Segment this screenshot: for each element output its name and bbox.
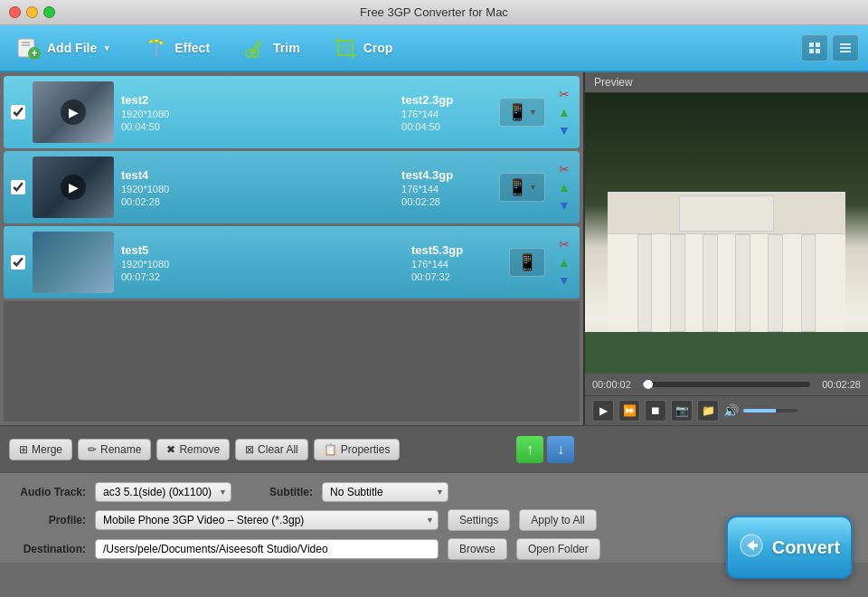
file-info-1: test2 1920*1080 00:04:50 <box>121 93 394 132</box>
browse-button[interactable]: Browse <box>448 538 507 560</box>
trim-button[interactable]: Trim <box>235 32 307 64</box>
add-file-icon: + <box>16 35 42 61</box>
file-item-1[interactable]: ▶ test2 1920*1080 00:04:50 test2.3gp 176… <box>4 76 580 148</box>
file-output-name-3: test5.3gp <box>411 243 502 257</box>
file-output-3: test5.3gp 176*144 00:07:32 <box>411 243 502 282</box>
play-overlay-1[interactable]: ▶ <box>61 100 86 125</box>
svg-rect-21 <box>840 47 851 49</box>
phone-icon-1: 📱 <box>507 102 527 122</box>
phone-icon-3: 📱 <box>517 252 537 272</box>
move-down-2[interactable]: ▼ <box>556 197 572 213</box>
subtitle-label: Subtitle: <box>241 486 313 498</box>
device-select-2[interactable]: 📱 ▼ <box>499 173 545 202</box>
preview-video <box>585 93 868 374</box>
svg-rect-16 <box>809 43 814 47</box>
add-file-dropdown[interactable]: ▼ <box>102 43 111 53</box>
profile-select[interactable]: Mobile Phone 3GP Video – Stereo (*.3gp) <box>95 510 439 530</box>
move-up-button[interactable]: ↑ <box>516 436 543 463</box>
clear-all-button[interactable]: ⊠ Clear All <box>235 439 308 460</box>
file-res-1: 1920*1080 <box>121 109 394 119</box>
convert-label: Convert <box>772 537 841 558</box>
file-checkbox-1[interactable] <box>11 105 25 119</box>
file-actions-1: ✂ ▲ ▼ <box>556 86 572 138</box>
svg-rect-18 <box>809 49 814 53</box>
clear-icon: ⊠ <box>245 443 254 456</box>
progress-bar[interactable] <box>643 382 810 387</box>
merge-button[interactable]: ⊞ Merge <box>9 439 72 460</box>
toolbar: + Add File ▼ Effect <box>0 25 868 72</box>
add-file-button[interactable]: + Add File ▼ <box>9 32 118 64</box>
view-toggle <box>801 34 859 62</box>
file-dur-3: 00:07:32 <box>121 271 404 282</box>
maximize-button[interactable] <box>43 6 55 18</box>
crop-button[interactable]: Crop <box>326 32 401 64</box>
svg-text:+: + <box>31 47 37 60</box>
device-dropdown-2: ▼ <box>529 183 537 192</box>
minimize-button[interactable] <box>26 6 38 18</box>
settings-button[interactable]: Settings <box>448 509 510 531</box>
destination-input[interactable] <box>95 539 439 559</box>
delete-btn-1[interactable]: ✂ <box>556 86 572 102</box>
file-res-2: 1920*1080 <box>121 184 394 194</box>
rename-icon: ✏ <box>88 443 97 456</box>
time-total: 00:02:28 <box>816 379 861 390</box>
properties-button[interactable]: 📋 Properties <box>314 439 401 460</box>
file-info-2: test4 1920*1080 00:02:28 <box>121 168 394 207</box>
delete-btn-3[interactable]: ✂ <box>556 236 572 252</box>
move-up-3[interactable]: ▲ <box>556 254 572 270</box>
open-file-button[interactable]: 📁 <box>697 400 719 422</box>
fast-forward-button[interactable]: ⏩ <box>618 400 640 422</box>
move-down-3[interactable]: ▼ <box>556 272 572 289</box>
remove-icon: ✖ <box>166 443 175 456</box>
move-down-1[interactable]: ▼ <box>556 122 572 138</box>
playback-controls: ▶ ⏩ ⏹ 📷 📁 🔊 <box>585 395 868 425</box>
move-down-button[interactable]: ↓ <box>547 436 574 463</box>
profile-wrapper: Mobile Phone 3GP Video – Stereo (*.3gp) <box>95 510 439 530</box>
file-output-name-2: test4.3gp <box>401 168 492 182</box>
file-output-dur-1: 00:04:50 <box>401 121 492 132</box>
file-checkbox-3[interactable] <box>11 255 25 270</box>
destination-label: Destination: <box>14 543 86 555</box>
file-item-2[interactable]: ▶ test4 1920*1080 00:02:28 test4.3gp 176… <box>4 151 580 223</box>
close-button[interactable] <box>9 6 21 18</box>
play-button[interactable]: ▶ <box>592 400 614 422</box>
apply-to-all-button[interactable]: Apply to All <box>519 509 596 531</box>
delete-btn-2[interactable]: ✂ <box>556 161 572 177</box>
move-up-2[interactable]: ▲ <box>556 179 572 195</box>
device-dropdown-1: ▼ <box>529 108 537 117</box>
subtitle-wrapper: No Subtitle <box>322 482 448 502</box>
effect-icon <box>144 35 169 61</box>
svg-rect-11 <box>340 43 351 53</box>
effect-button[interactable]: Effect <box>137 32 217 64</box>
rename-button[interactable]: ✏ Rename <box>78 439 151 460</box>
screenshot-button[interactable]: 📷 <box>671 400 693 422</box>
play-overlay-2[interactable]: ▶ <box>61 175 86 200</box>
device-select-3[interactable]: 📱 <box>509 248 545 277</box>
subtitle-select[interactable]: No Subtitle <box>322 482 448 502</box>
open-folder-button[interactable]: Open Folder <box>516 538 600 560</box>
file-actions-3: ✂ ▲ ▼ <box>556 236 572 289</box>
file-dur-1: 00:04:50 <box>121 121 394 132</box>
progress-thumb <box>644 380 653 389</box>
trim-label: Trim <box>273 41 300 55</box>
file-item-3[interactable]: test5 1920*1080 00:07:32 test5.3gp 176*1… <box>4 226 580 298</box>
svg-rect-22 <box>840 51 851 52</box>
bottom-row: ⊞ Merge ✏ Rename ✖ Remove ⊠ Clear All 📋 … <box>0 425 868 472</box>
grid-view-button[interactable] <box>801 34 828 62</box>
file-checkbox-2[interactable] <box>11 180 25 194</box>
convert-button[interactable]: Convert <box>726 516 853 579</box>
audio-track-select[interactable]: ac3 5.1(side) (0x1100) <box>95 482 231 502</box>
file-dur-2: 00:02:28 <box>121 196 394 207</box>
list-view-button[interactable] <box>832 34 859 62</box>
file-actions-2: ✂ ▲ ▼ <box>556 161 572 213</box>
preview-label: Preview <box>585 72 868 93</box>
volume-slider[interactable] <box>743 409 797 412</box>
remove-button[interactable]: ✖ Remove <box>156 439 230 460</box>
file-thumb-1: ▶ <box>33 81 114 143</box>
stop-button[interactable]: ⏹ <box>645 400 666 422</box>
file-thumb-3 <box>33 232 114 293</box>
move-up-1[interactable]: ▲ <box>556 104 572 120</box>
file-output-1: test2.3gp 176*144 00:04:50 <box>401 93 492 132</box>
svg-rect-17 <box>816 43 820 47</box>
device-select-1[interactable]: 📱 ▼ <box>499 98 545 127</box>
